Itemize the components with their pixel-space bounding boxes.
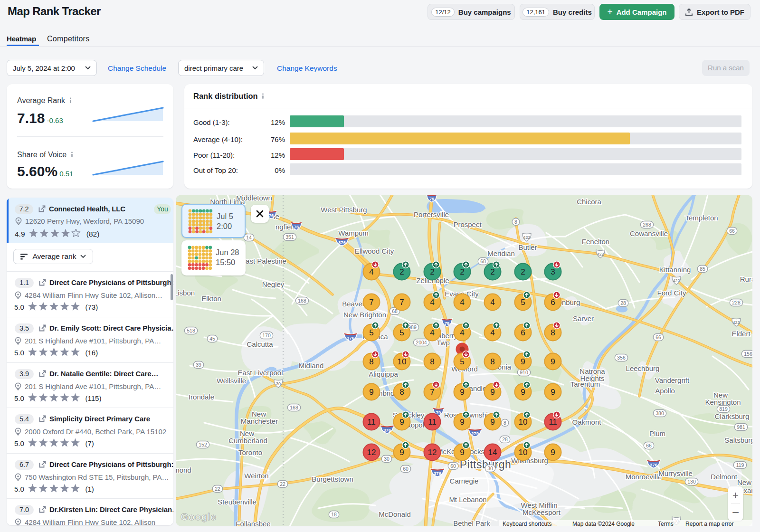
svg-text:2: 2: [430, 267, 434, 276]
svg-text:7: 7: [399, 298, 404, 307]
svg-text:Saltsburg: Saltsburg: [724, 436, 752, 444]
svg-text:Beaver: Beaver: [342, 300, 365, 308]
svg-text:Butler: Butler: [518, 243, 537, 251]
svg-text:9: 9: [490, 418, 494, 427]
svg-text:Sarver: Sarver: [573, 314, 594, 323]
svg-text:Vandergrift: Vandergrift: [655, 376, 690, 384]
svg-text:Twp: Twp: [437, 339, 450, 347]
svg-text:9: 9: [521, 357, 525, 366]
svg-text:22: 22: [215, 486, 220, 492]
svg-text:11: 11: [549, 418, 557, 427]
svg-text:152: 152: [199, 442, 207, 447]
svg-text:819: 819: [719, 406, 728, 412]
svg-text:376: 376: [338, 240, 346, 245]
svg-text:Midland: Midland: [299, 361, 324, 370]
svg-text:5: 5: [460, 357, 464, 366]
svg-text:Eldert: Eldert: [732, 330, 750, 338]
svg-text:9: 9: [551, 448, 555, 457]
svg-text:422: 422: [732, 320, 740, 325]
svg-text:4: 4: [430, 328, 434, 337]
svg-text:9: 9: [460, 388, 464, 397]
svg-text:66: 66: [646, 443, 652, 448]
svg-text:Portersville: Portersville: [414, 210, 449, 218]
svg-text:4: 4: [460, 328, 464, 337]
svg-text:14: 14: [246, 235, 252, 240]
svg-text:10: 10: [519, 448, 528, 457]
svg-text:9: 9: [399, 448, 404, 457]
svg-text:168: 168: [298, 298, 306, 304]
svg-text:Weirton: Weirton: [244, 472, 268, 480]
svg-text:380: 380: [656, 410, 664, 416]
svg-text:66: 66: [729, 228, 735, 234]
svg-text:Irondale: Irondale: [189, 393, 214, 401]
svg-text:8: 8: [490, 357, 494, 366]
svg-text:9: 9: [551, 388, 555, 397]
svg-text:4: 4: [460, 298, 464, 307]
svg-text:9: 9: [490, 388, 494, 397]
svg-text:4: 4: [490, 298, 494, 307]
svg-text:Follansbee: Follansbee: [236, 520, 270, 526]
svg-text:Fenelton: Fenelton: [582, 238, 609, 246]
svg-text:Toronto: Toronto: [238, 448, 262, 456]
svg-text:Murrysville: Murrysville: [658, 469, 693, 477]
svg-text:9: 9: [521, 388, 525, 397]
svg-text:76: 76: [269, 213, 274, 218]
svg-text:3: 3: [551, 267, 555, 276]
svg-text:351: 351: [285, 234, 294, 240]
svg-text:8: 8: [399, 388, 404, 397]
svg-text:68: 68: [480, 258, 486, 264]
svg-text:2: 2: [460, 267, 464, 276]
svg-text:8: 8: [514, 219, 517, 225]
svg-text:Apollo: Apollo: [655, 387, 675, 395]
svg-text:Bethel Park: Bethel Park: [453, 519, 490, 526]
svg-text:Mt Lebanon: Mt Lebanon: [449, 495, 486, 504]
svg-text:8: 8: [551, 328, 555, 337]
svg-text:9: 9: [551, 357, 555, 366]
svg-text:119: 119: [736, 462, 744, 468]
svg-text:5: 5: [521, 298, 525, 307]
svg-text:7: 7: [369, 298, 373, 307]
svg-text:7: 7: [430, 388, 434, 397]
svg-text:Wellsville: Wellsville: [217, 377, 246, 385]
svg-text:12: 12: [428, 448, 437, 457]
svg-text:9: 9: [460, 448, 464, 457]
svg-text:Prospect: Prospect: [453, 220, 482, 228]
svg-text:4: 4: [490, 328, 494, 337]
svg-text:2: 2: [399, 267, 404, 276]
svg-text:Cowansville: Cowansville: [630, 229, 668, 238]
svg-text:9: 9: [399, 418, 404, 427]
svg-text:376: 376: [434, 471, 441, 476]
svg-text:2: 2: [490, 267, 494, 276]
svg-text:Plum: Plum: [649, 429, 665, 437]
svg-text:268: 268: [643, 222, 651, 228]
svg-text:376: 376: [347, 335, 354, 341]
svg-text:McDonald: McDonald: [379, 510, 411, 518]
svg-text:79: 79: [429, 196, 435, 201]
svg-text:518: 518: [187, 328, 195, 333]
svg-text:2004: 2004: [416, 340, 427, 345]
svg-text:422: 422: [597, 252, 604, 256]
svg-text:60: 60: [403, 466, 408, 472]
svg-text:8: 8: [430, 357, 434, 366]
svg-text:12: 12: [367, 448, 376, 457]
svg-text:85: 85: [700, 266, 705, 272]
svg-text:2: 2: [521, 267, 525, 276]
svg-text:45: 45: [209, 336, 215, 342]
svg-text:28: 28: [502, 437, 508, 442]
svg-text:Aliquippa: Aliquippa: [369, 370, 398, 378]
svg-text:156: 156: [744, 351, 752, 357]
svg-text:30: 30: [487, 466, 493, 471]
svg-text:981: 981: [737, 424, 745, 430]
svg-text:10: 10: [398, 357, 407, 366]
svg-text:11: 11: [428, 418, 437, 427]
svg-text:8: 8: [369, 357, 373, 366]
svg-text:Chicora: Chicora: [577, 198, 601, 206]
svg-text:39: 39: [196, 362, 201, 368]
svg-text:Oakmont: Oakmont: [572, 418, 602, 426]
svg-text:422: 422: [673, 278, 680, 283]
svg-text:Cumberland: Cumberland: [228, 437, 267, 445]
svg-text:Calcutta: Calcutta: [247, 340, 273, 348]
svg-text:279: 279: [471, 431, 479, 436]
svg-text:Tarentum: Tarentum: [570, 380, 600, 388]
svg-text:30: 30: [384, 456, 390, 462]
